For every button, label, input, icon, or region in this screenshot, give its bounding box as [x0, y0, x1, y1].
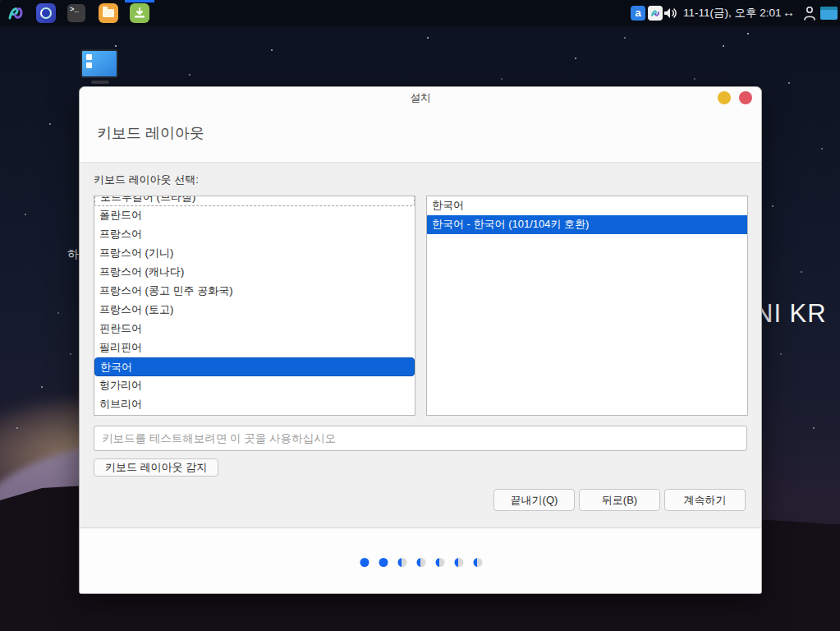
input-method-icon[interactable]: a: [631, 6, 645, 21]
quit-button[interactable]: 끝내기(Q): [493, 489, 575, 511]
installer-icon[interactable]: [130, 3, 149, 23]
layout-option[interactable]: 히브리어: [94, 395, 415, 414]
layout-option[interactable]: 한국어: [94, 357, 415, 376]
layout-option[interactable]: 프랑스어 (캐나다): [94, 263, 415, 282]
layout-option[interactable]: 헝가리어: [94, 376, 415, 395]
minimize-button[interactable]: [718, 91, 731, 104]
navigation-buttons: 끝내기(Q) 뒤로(B) 계속하기: [493, 489, 746, 511]
progress-dot-partial: [455, 558, 464, 567]
layout-option[interactable]: 포르투갈어 (브라질): [94, 196, 415, 206]
keyboard-test-input[interactable]: [94, 426, 747, 451]
progress-dot-partial: [436, 558, 445, 567]
progress-dot-partial: [417, 558, 426, 567]
network-arrows-icon[interactable]: ↔: [783, 0, 795, 26]
file-manager-icon[interactable]: [99, 3, 118, 23]
window-title: 설치: [80, 87, 761, 109]
keyboard-variant-list[interactable]: 한국어한국어 - 한국어 (101/104키 호환): [426, 196, 748, 416]
window-footer: [80, 527, 762, 594]
progress-dot-partial: [474, 558, 483, 567]
window-titlebar[interactable]: 설치: [80, 87, 761, 109]
detect-layout-button[interactable]: 키보드 레이아웃 감지: [94, 458, 218, 477]
keyboard-layout-list[interactable]: 포르투갈어 (브라질)폴란드어프랑스어프랑스어 (기니)프랑스어 (캐나다)프랑…: [94, 196, 415, 416]
layout-option[interactable]: 프랑스어 (기니): [94, 244, 415, 263]
layout-option[interactable]: 폴란드어: [94, 206, 415, 225]
progress-steps: [360, 558, 483, 567]
progress-dot-done: [379, 558, 388, 567]
hamonikr-tray-icon[interactable]: [648, 6, 663, 21]
layout-option[interactable]: 필리핀어: [94, 339, 415, 357]
window-preview-icon[interactable]: [820, 7, 838, 20]
wallpaper-text-fragment: 하: [67, 247, 79, 262]
user-icon[interactable]: [802, 5, 817, 21]
web-browser-icon[interactable]: [36, 3, 56, 23]
back-button[interactable]: 뒤로(B): [579, 489, 660, 511]
layout-option[interactable]: 프랑스어: [94, 225, 415, 244]
variant-option[interactable]: 한국어 - 한국어 (101/104키 호환): [427, 215, 747, 234]
select-layout-label: 키보드 레이아웃 선택:: [94, 173, 199, 187]
monitor-stand: [91, 81, 109, 84]
layout-option[interactable]: 핀란드어: [94, 320, 415, 339]
hamonikr-logo-icon[interactable]: [6, 3, 25, 23]
volume-icon[interactable]: [662, 5, 678, 21]
active-task-indicator: [125, 0, 154, 2]
computer-desktop-icon[interactable]: [80, 49, 120, 87]
terminal-icon[interactable]: >_: [67, 4, 85, 22]
keyboard-page-content: 키보드 레이아웃 선택: 포르투갈어 (브라질)폴란드어프랑스어프랑스어 (기니…: [80, 162, 762, 527]
continue-button[interactable]: 계속하기: [664, 489, 746, 511]
progress-dot-done: [360, 558, 370, 567]
clock[interactable]: 11-11(금), 오후 2:01: [683, 0, 782, 26]
top-panel: >_ a 11-11(금), 오후 2:01 ↔: [0, 0, 840, 26]
layout-option[interactable]: 프랑스어 (콩고 민주 공화국): [94, 282, 415, 301]
close-button[interactable]: [739, 91, 752, 104]
page-title: 키보드 레이아웃: [97, 123, 204, 143]
layout-option[interactable]: 프랑스어 (토고): [94, 301, 415, 320]
progress-dot-partial: [398, 558, 407, 567]
monitor-icon: [80, 49, 118, 78]
wallpaper-brand-text: NI KR: [755, 299, 827, 329]
installer-window: 설치 키보드 레이아웃 키보드 레이아웃 선택: 포르투갈어 (브라질)폴란드어…: [79, 86, 762, 594]
variant-option[interactable]: 한국어: [427, 196, 747, 215]
